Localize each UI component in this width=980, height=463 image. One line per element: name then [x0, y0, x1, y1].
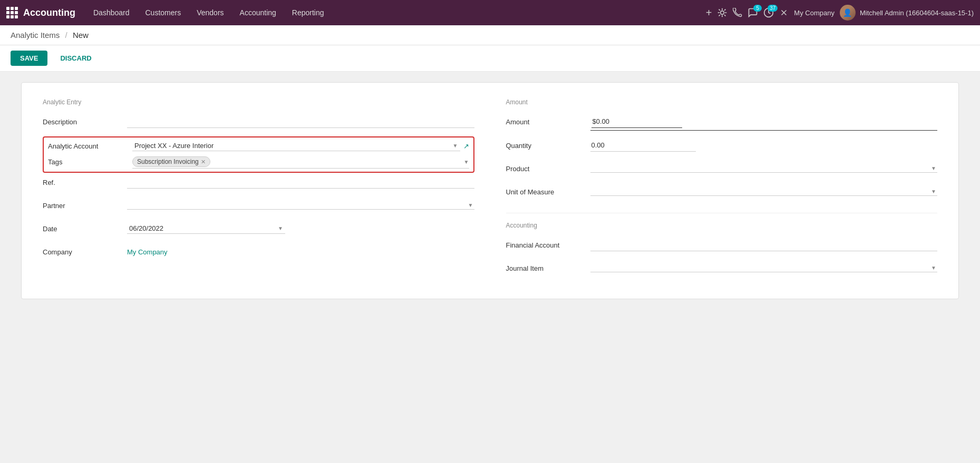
journal-item-dropdown-icon: ▼	[931, 265, 936, 271]
tags-field-row: Tags Subscription Invoicing ✕ ▼	[48, 155, 469, 169]
breadcrumb-current: New	[73, 31, 89, 40]
ref-field-row: Ref.	[43, 174, 474, 191]
company-label: Company	[43, 248, 127, 256]
chat-icon[interactable]: 5	[748, 7, 758, 18]
partner-dropdown-icon: ▼	[468, 202, 473, 208]
company-link[interactable]: My Company	[127, 248, 168, 256]
form-card: Analytic Entry Description Analytic Acco…	[21, 82, 959, 299]
uom-select[interactable]: ▼	[590, 188, 938, 196]
date-select[interactable]: 06/20/2022 ▼	[127, 223, 285, 234]
analytic-account-value: Project XX - Azure Interior	[134, 142, 451, 150]
ref-input[interactable]	[127, 176, 474, 189]
ref-label: Ref.	[43, 179, 127, 186]
product-field-row: Product ▼	[506, 160, 938, 177]
app-title: Accounting	[23, 7, 75, 18]
breadcrumb: Analytic Items / New	[0, 25, 980, 45]
amount-input[interactable]	[591, 115, 682, 128]
quantity-label: Quantity	[506, 142, 590, 150]
amount-label: Amount	[506, 118, 590, 126]
discard-button[interactable]: DISCARD	[53, 51, 99, 66]
activity-badge: 37	[768, 5, 778, 12]
uom-field-row: Unit of Measure ▼	[506, 183, 938, 200]
form-columns: Analytic Entry Description Analytic Acco…	[43, 98, 937, 283]
tag-remove-icon[interactable]: ✕	[201, 159, 206, 165]
tag-chip-subscription: Subscription Invoicing ✕	[132, 156, 210, 167]
analytic-highlight-box: Analytic Account Project XX - Azure Inte…	[43, 136, 474, 173]
amount-value[interactable]	[590, 113, 938, 131]
product-dropdown-icon: ▼	[931, 165, 936, 171]
uom-label: Unit of Measure	[506, 188, 590, 196]
financial-account-input[interactable]	[590, 239, 938, 251]
user-menu[interactable]: 👤 Mitchell Admin (16604604-saas-15-1)	[840, 5, 974, 21]
nav-menu: Dashboard Customers Vendors Accounting R…	[86, 5, 704, 20]
description-field-row: Description	[43, 113, 474, 130]
activity-icon[interactable]: 37	[763, 7, 774, 18]
uom-dropdown-icon: ▼	[931, 189, 936, 194]
breadcrumb-separator: /	[65, 31, 67, 40]
add-button[interactable]: +	[706, 7, 712, 19]
app-brand[interactable]: Accounting	[6, 7, 75, 18]
right-column: Amount Amount Quantity Product	[506, 98, 938, 283]
apps-grid-icon[interactable]	[6, 7, 18, 18]
product-label: Product	[506, 165, 590, 173]
phone-icon[interactable]	[733, 8, 742, 17]
financial-account-field-row: Financial Account	[506, 237, 938, 253]
analytic-entry-section-label: Analytic Entry	[43, 98, 474, 106]
product-select[interactable]: ▼	[590, 164, 938, 173]
analytic-account-external-link-icon[interactable]: ↗	[463, 142, 469, 150]
quantity-input[interactable]	[590, 139, 696, 152]
breadcrumb-parent[interactable]: Analytic Items	[11, 31, 60, 40]
amount-field-row: Amount	[506, 113, 938, 131]
accounting-divider	[506, 213, 938, 213]
description-label: Description	[43, 118, 127, 126]
journal-item-select[interactable]: ▼	[590, 264, 938, 272]
date-value: 06/20/2022	[129, 224, 276, 232]
analytic-account-select[interactable]: Project XX - Azure Interior ▼	[132, 141, 460, 151]
analytic-account-dropdown-icon: ▼	[453, 143, 458, 149]
date-field-row: Date 06/20/2022 ▼	[43, 220, 474, 237]
tags-select[interactable]: Subscription Invoicing ✕ ▼	[132, 155, 469, 169]
tags-dropdown-icon: ▼	[464, 159, 469, 165]
nav-item-customers[interactable]: Customers	[138, 5, 189, 20]
user-name: Mitchell Admin (16604604-saas-15-1)	[860, 9, 974, 17]
accounting-section-label: Accounting	[506, 222, 938, 229]
user-avatar: 👤	[840, 5, 856, 21]
partner-select[interactable]: ▼	[127, 201, 474, 210]
amount-section-label: Amount	[506, 98, 938, 106]
financial-account-label: Financial Account	[506, 241, 590, 249]
description-input[interactable]	[127, 115, 474, 128]
main-content: Analytic Entry Description Analytic Acco…	[0, 72, 980, 463]
partner-label: Partner	[43, 202, 127, 210]
left-column: Analytic Entry Description Analytic Acco…	[43, 98, 474, 283]
chat-badge: 5	[753, 5, 762, 12]
nav-item-vendors[interactable]: Vendors	[189, 5, 231, 20]
settings-icon[interactable]	[779, 8, 789, 17]
topnav-actions: + 5 37 My Company 👤 Mitchell Admin (1660…	[706, 5, 974, 21]
journal-item-label: Journal Item	[506, 264, 590, 272]
tags-label: Tags	[48, 158, 132, 166]
tag-chip-label: Subscription Invoicing	[137, 158, 199, 165]
company-field-row: Company My Company	[43, 243, 474, 260]
form-toolbar: SAVE DISCARD	[0, 45, 980, 72]
svg-point-0	[721, 11, 724, 15]
top-navigation: Accounting Dashboard Customers Vendors A…	[0, 0, 980, 25]
company-selector[interactable]: My Company	[794, 9, 835, 17]
date-dropdown-icon: ▼	[278, 225, 283, 231]
journal-item-field-row: Journal Item ▼	[506, 260, 938, 277]
analytic-account-label: Analytic Account	[48, 142, 132, 150]
date-label: Date	[43, 225, 127, 233]
nav-item-reporting[interactable]: Reporting	[285, 5, 332, 20]
partner-field-row: Partner ▼	[43, 197, 474, 214]
quantity-field-row: Quantity	[506, 137, 938, 154]
save-button[interactable]: SAVE	[11, 51, 47, 66]
bug-icon[interactable]	[717, 7, 727, 18]
nav-item-accounting[interactable]: Accounting	[232, 5, 284, 20]
nav-item-dashboard[interactable]: Dashboard	[86, 5, 137, 20]
analytic-account-field-row: Analytic Account Project XX - Azure Inte…	[48, 141, 469, 151]
